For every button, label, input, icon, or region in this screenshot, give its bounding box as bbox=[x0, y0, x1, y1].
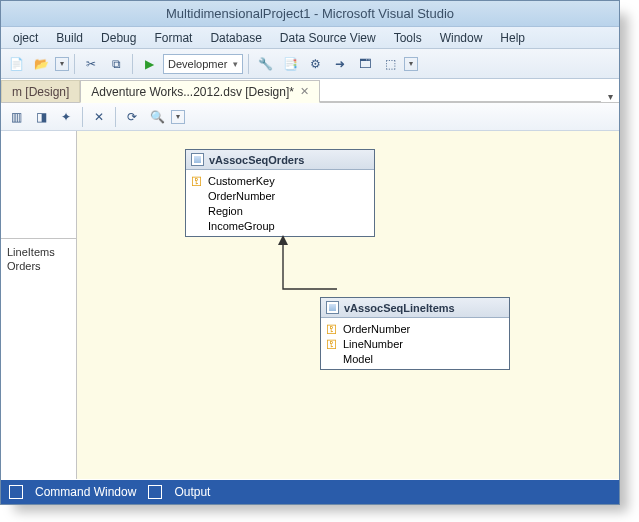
key-icon bbox=[191, 175, 203, 187]
designer-toolbar: ▥ ◨ ✦ ✕ ⟳ 🔍 ▾ bbox=[1, 103, 619, 131]
table-icon bbox=[326, 301, 339, 314]
start-debug-button[interactable]: ▶ bbox=[138, 53, 160, 75]
toolbar-copy-icon[interactable]: ⧉ bbox=[105, 53, 127, 75]
tab-dsv-design[interactable]: Adventure Works...2012.dsv [Design]* ✕ bbox=[80, 80, 320, 103]
table-row[interactable]: OrderNumber bbox=[326, 321, 504, 336]
table-row[interactable]: Model bbox=[326, 351, 504, 366]
workspace: LineItems Orders vAssocSeqOrders Custome… bbox=[1, 131, 619, 479]
dsv-refresh-icon[interactable]: ⟳ bbox=[121, 106, 143, 128]
diagram-canvas[interactable]: vAssocSeqOrders CustomerKey OrderNumber … bbox=[77, 131, 619, 479]
menu-dsv[interactable]: Data Source View bbox=[272, 29, 384, 47]
table-header[interactable]: vAssocSeqLineItems bbox=[321, 298, 509, 318]
title-bar: MultidimensionalProject1 - Microsoft Vis… bbox=[1, 1, 619, 27]
table-body: OrderNumber LineNumber Model bbox=[321, 318, 509, 369]
tabs-overflow-icon[interactable]: ▾ bbox=[601, 91, 619, 102]
menu-format[interactable]: Format bbox=[146, 29, 200, 47]
toolbar-open-dd-icon[interactable]: ▾ bbox=[55, 57, 69, 71]
toolbar-new-icon[interactable]: 📄 bbox=[5, 53, 27, 75]
toolbar-cut-icon[interactable]: ✂ bbox=[80, 53, 102, 75]
menu-tools[interactable]: Tools bbox=[386, 29, 430, 47]
menu-debug[interactable]: Debug bbox=[93, 29, 144, 47]
close-icon[interactable]: ✕ bbox=[300, 85, 309, 98]
toolbar-icon-4[interactable]: ➜ bbox=[329, 53, 351, 75]
key-icon bbox=[326, 323, 338, 335]
window-title: MultidimensionalProject1 - Microsoft Vis… bbox=[166, 6, 454, 21]
dsv-tool-3-icon[interactable]: ✦ bbox=[55, 106, 77, 128]
menu-bar: oject Build Debug Format Database Data S… bbox=[1, 27, 619, 49]
command-window-icon bbox=[9, 485, 23, 499]
table-row[interactable]: IncomeGroup bbox=[191, 218, 369, 233]
status-command-window[interactable]: Command Window bbox=[35, 485, 136, 499]
table-body: CustomerKey OrderNumber Region IncomeGro… bbox=[186, 170, 374, 236]
status-output[interactable]: Output bbox=[174, 485, 210, 499]
table-icon bbox=[191, 153, 204, 166]
list-item[interactable]: LineItems bbox=[7, 245, 70, 259]
main-toolbar: 📄 📂 ▾ ✂ ⧉ ▶ Developmer 🔧 📑 ⚙ ➜ 🗔 ⬚ ▾ bbox=[1, 49, 619, 79]
dsv-tool-2-icon[interactable]: ◨ bbox=[30, 106, 52, 128]
document-tabs: m [Design] Adventure Works...2012.dsv [D… bbox=[1, 79, 619, 103]
solution-config-combo[interactable]: Developmer bbox=[163, 54, 243, 74]
toolbar-icon-2[interactable]: 📑 bbox=[279, 53, 301, 75]
tables-list: LineItems Orders bbox=[1, 239, 76, 479]
table-row[interactable]: CustomerKey bbox=[191, 173, 369, 188]
menu-project[interactable]: oject bbox=[5, 29, 46, 47]
key-icon bbox=[326, 338, 338, 350]
toolbar-icon-5[interactable]: 🗔 bbox=[354, 53, 376, 75]
menu-build[interactable]: Build bbox=[48, 29, 91, 47]
toolbar-icon-dd[interactable]: ▾ bbox=[404, 57, 418, 71]
table-vassocseqorders[interactable]: vAssocSeqOrders CustomerKey OrderNumber … bbox=[185, 149, 375, 237]
dsv-delete-icon[interactable]: ✕ bbox=[88, 106, 110, 128]
menu-help[interactable]: Help bbox=[492, 29, 533, 47]
tab-design-1[interactable]: m [Design] bbox=[1, 80, 80, 103]
side-panel-top bbox=[1, 131, 76, 239]
table-vassocseqlineitems[interactable]: vAssocSeqLineItems OrderNumber LineNumbe… bbox=[320, 297, 510, 370]
dsv-zoom-dd-icon[interactable]: ▾ bbox=[171, 110, 185, 124]
status-bar: Command Window Output bbox=[1, 480, 619, 504]
relationship-connector bbox=[277, 235, 357, 299]
side-panel: LineItems Orders bbox=[1, 131, 77, 479]
menu-window[interactable]: Window bbox=[432, 29, 491, 47]
app-window: MultidimensionalProject1 - Microsoft Vis… bbox=[0, 0, 620, 505]
menu-database[interactable]: Database bbox=[202, 29, 269, 47]
table-row[interactable]: LineNumber bbox=[326, 336, 504, 351]
toolbar-icon-1[interactable]: 🔧 bbox=[254, 53, 276, 75]
dsv-tool-1-icon[interactable]: ▥ bbox=[5, 106, 27, 128]
table-row[interactable]: Region bbox=[191, 203, 369, 218]
table-row[interactable]: OrderNumber bbox=[191, 188, 369, 203]
toolbar-icon-3[interactable]: ⚙ bbox=[304, 53, 326, 75]
toolbar-icon-6[interactable]: ⬚ bbox=[379, 53, 401, 75]
dsv-zoom-icon[interactable]: 🔍 bbox=[146, 106, 168, 128]
table-header[interactable]: vAssocSeqOrders bbox=[186, 150, 374, 170]
list-item[interactable]: Orders bbox=[7, 259, 70, 273]
output-icon bbox=[148, 485, 162, 499]
toolbar-open-icon[interactable]: 📂 bbox=[30, 53, 52, 75]
